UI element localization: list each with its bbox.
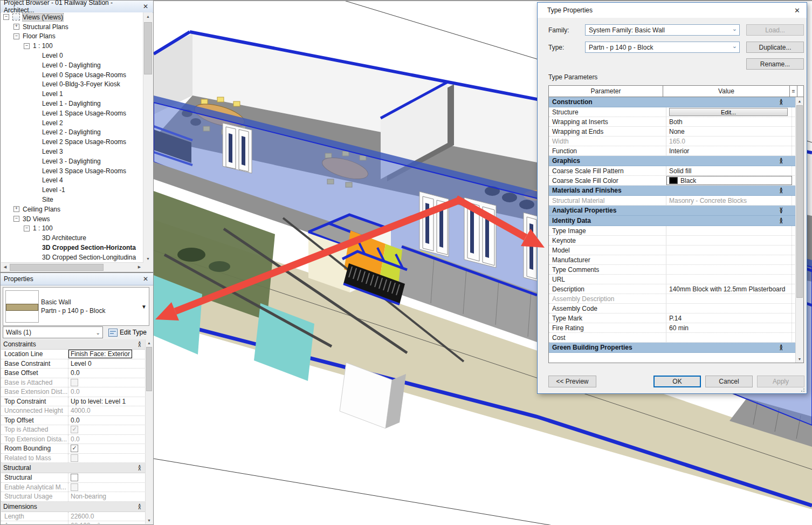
property-value[interactable]: ✓ <box>68 425 146 434</box>
parameter-value[interactable] <box>666 333 792 342</box>
property-row[interactable]: Top is Attached✓ <box>1 425 146 435</box>
property-row[interactable]: Base is Attached <box>1 378 146 388</box>
tree-item[interactable]: Level 2 - Daylighting <box>1 128 143 138</box>
tree-item[interactable]: 3D Architecture <box>1 233 143 243</box>
parameter-value[interactable] <box>666 304 792 313</box>
chevron-down-icon[interactable]: ∨∨ <box>779 208 783 213</box>
property-row[interactable]: Related to Mass <box>1 454 146 463</box>
tree-item[interactable]: Level 1 <box>1 89 143 99</box>
parameter-group-header[interactable]: Identity Data∧∧ <box>549 216 796 226</box>
parameter-row[interactable]: Wrapping at InsertsBoth <box>549 117 796 127</box>
chevron-up-icon[interactable]: ∧∧ <box>137 342 141 347</box>
parameter-row[interactable]: Coarse Scale Fill PatternSolid fill <box>549 166 796 176</box>
tree-expander-icon[interactable]: + <box>13 24 19 30</box>
scroll-right-icon[interactable]: ▶ <box>135 263 143 271</box>
parameter-row[interactable]: Model <box>549 246 796 255</box>
tree-vertical-scrollbar[interactable]: ▲ ▼ <box>143 12 153 263</box>
parameter-value[interactable] <box>666 275 792 284</box>
tree-item[interactable]: Level 0 - Daylighting <box>1 60 143 70</box>
load-button[interactable]: Load... <box>746 24 804 36</box>
dialog-titlebar[interactable]: Type Properties <box>538 3 807 18</box>
scrollbar-thumb[interactable] <box>10 264 104 271</box>
property-value[interactable] <box>68 473 146 482</box>
property-row[interactable]: Structural UsageNon-bearing <box>1 492 146 502</box>
chevron-up-icon[interactable]: ∧∧ <box>779 218 783 223</box>
preview-button[interactable]: << Preview <box>548 376 596 387</box>
checkbox[interactable]: ✓ <box>71 445 78 452</box>
property-row[interactable]: Base ConstraintLevel 0 <box>1 359 146 369</box>
scrollbar-thumb[interactable] <box>146 347 152 391</box>
scroll-down-icon[interactable]: ▼ <box>796 355 803 363</box>
checkbox[interactable] <box>71 474 78 481</box>
property-row[interactable]: Length22600.0 <box>1 512 146 522</box>
parameter-row[interactable]: Type Comments <box>549 265 796 275</box>
property-value[interactable]: 4000.0 <box>68 406 146 415</box>
property-row[interactable]: Top ConstraintUp to level: Level 1 <box>1 397 146 407</box>
parameter-row[interactable]: StructureEdit... <box>549 107 796 117</box>
scroll-up-icon[interactable]: ▲ <box>146 339 153 346</box>
parameter-value[interactable] <box>666 246 792 255</box>
tree-expander-icon[interactable]: + <box>13 206 19 212</box>
property-row[interactable]: Room Bounding✓ <box>1 444 146 454</box>
chevron-up-icon[interactable]: ∧∧ <box>779 158 783 163</box>
property-value[interactable]: Finish Face: Exterior <box>68 350 146 359</box>
type-selector[interactable]: Basic Wall Partn - p 140 p - Block ▼ <box>3 287 149 326</box>
tree-item[interactable]: +Ceiling Plans <box>1 204 143 214</box>
property-value[interactable]: 68.103 m² <box>68 521 146 524</box>
property-row[interactable]: Structural <box>1 473 146 483</box>
family-dropdown[interactable]: System Family: Basic Wall ⌄ <box>585 24 740 36</box>
parameter-value[interactable]: Both <box>666 117 792 126</box>
parameter-row[interactable]: Wrapping at EndsNone <box>549 127 796 137</box>
edit-type-button[interactable]: Edit Type <box>106 326 149 338</box>
scrollbar-thumb[interactable] <box>144 22 152 74</box>
property-row[interactable]: Enable Analytical M... <box>1 483 146 493</box>
tree-item[interactable]: Level 0 Space Usage-Rooms <box>1 70 143 80</box>
chevron-up-icon[interactable]: ∧∧ <box>779 188 783 193</box>
parameter-value[interactable]: 60 min <box>666 323 792 332</box>
parameter-group-header[interactable]: Analytical Properties∨∨ <box>549 206 796 216</box>
parameter-row[interactable]: Structural MaterialMasonry - Concrete Bl… <box>549 196 796 206</box>
type-dropdown[interactable]: Partn - p 140 p - Block ⌄ <box>585 42 740 53</box>
tree-item[interactable]: −Floor Plans <box>1 32 143 42</box>
chevron-up-icon[interactable]: ∧∧ <box>137 465 141 471</box>
property-value[interactable] <box>68 483 146 492</box>
tree-item[interactable]: Level 1 - Daylighting <box>1 99 143 108</box>
type-selector-dropdown-icon[interactable]: ▼ <box>141 304 147 310</box>
tree-item[interactable]: Level -1 <box>1 185 143 195</box>
tree-item[interactable]: Level 3 <box>1 147 143 156</box>
parameter-row[interactable]: Manufacturer <box>549 255 796 265</box>
parameter-group-header[interactable]: Green Building Properties∧∧ <box>549 343 796 353</box>
property-value[interactable]: 0.0 <box>68 369 146 378</box>
element-filter-dropdown[interactable]: Walls (1) ⌄ <box>3 326 103 338</box>
parameter-value[interactable]: Solid fill <box>666 166 792 175</box>
tree-item[interactable]: −3D Views <box>1 214 143 224</box>
scroll-down-icon[interactable]: ▼ <box>146 517 153 524</box>
parameter-value[interactable]: P.14 <box>666 313 792 323</box>
scroll-up-icon[interactable]: ▲ <box>143 12 153 21</box>
scroll-down-icon[interactable]: ▼ <box>143 255 153 263</box>
parameter-row[interactable]: Coarse Scale Fill ColorBlack <box>549 176 796 186</box>
property-row[interactable]: Top Extension Dista...0.0 <box>1 435 146 445</box>
tree-expander-icon[interactable]: − <box>13 216 19 222</box>
rename-button[interactable]: Rename... <box>746 58 804 70</box>
parameter-group-header[interactable]: Graphics∧∧ <box>549 156 796 166</box>
chevron-up-icon[interactable]: ∧∧ <box>137 504 141 509</box>
ok-button[interactable]: OK <box>653 376 701 387</box>
property-value[interactable]: Non-bearing <box>68 492 146 501</box>
parameter-group-header[interactable]: Construction∧∧ <box>549 97 796 107</box>
properties-scrollbar[interactable]: ▲ ▼ <box>145 339 153 524</box>
tree-item[interactable]: Level 2 <box>1 118 143 128</box>
property-row[interactable]: Top Offset0.0 <box>1 416 146 426</box>
duplicate-button[interactable]: Duplicate... <box>746 42 804 53</box>
tree-expander-icon[interactable]: − <box>24 43 30 49</box>
table-scrollbar[interactable]: ▲ ▼ <box>795 97 803 363</box>
tree-item[interactable]: Level 2 Space Usage-Rooms <box>1 137 143 147</box>
tree-item[interactable]: Level 1 Space Usage-Rooms <box>1 108 143 118</box>
properties-titlebar[interactable]: Properties ✕ <box>1 273 153 285</box>
parameter-value[interactable] <box>666 236 792 245</box>
tree-item[interactable]: Level 0-Bldg-3-Foyer Kiosk <box>1 80 143 90</box>
property-section-header[interactable]: Dimensions∧∧ <box>1 502 146 512</box>
close-icon[interactable]: ✕ <box>141 3 150 10</box>
tree-item[interactable]: Level 0 <box>1 51 143 60</box>
apply-button[interactable]: Apply <box>757 376 804 387</box>
